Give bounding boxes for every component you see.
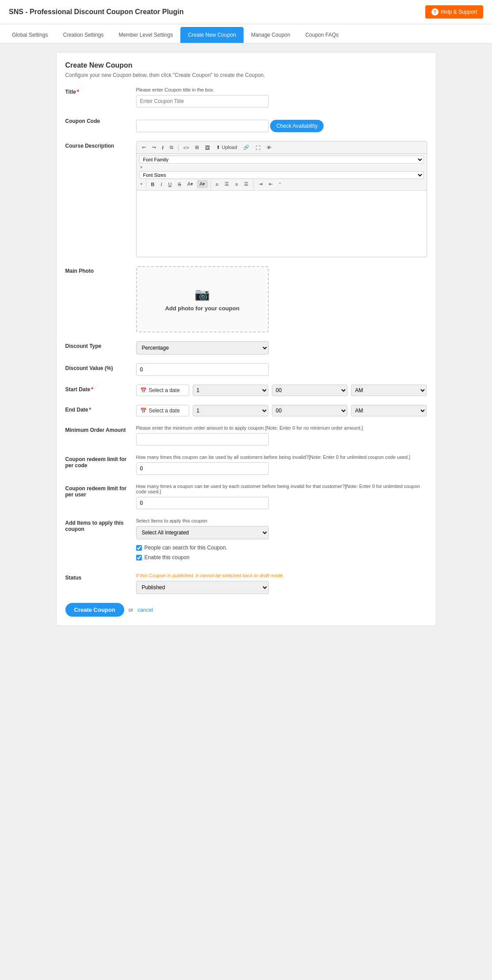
link-btn[interactable]: 🔗 xyxy=(240,143,252,152)
redeem-per-user-content: How many times a coupon can be used by e… xyxy=(136,484,427,509)
redeem-per-user-label: Coupon redeem limit for per user xyxy=(65,484,136,498)
cancel-link[interactable]: cancel xyxy=(137,607,153,613)
main-photo-row: Main Photo 📷 Add photo for your coupon xyxy=(65,266,427,332)
font-family-select[interactable]: Font Family xyxy=(139,156,424,164)
title-hint: Please enter Coupon title in the box. xyxy=(136,87,427,92)
font-size-select[interactable]: Font Sizes xyxy=(139,171,424,179)
editor-body[interactable] xyxy=(137,191,427,257)
main-photo-content: 📷 Add photo for your coupon xyxy=(136,266,427,332)
add-items-select[interactable]: Select All Integrated Specific Items xyxy=(136,526,269,539)
status-content: If this Coupon is published, it cannot b… xyxy=(136,573,427,594)
tab-creation-settings[interactable]: Creation Settings xyxy=(55,27,111,43)
add-items-content: Select Items to apply this coupon Select… xyxy=(136,518,427,564)
end-date-row-inputs: 📅 Select a date 1234 5678 9101112 001530… xyxy=(136,405,427,416)
italic-format-btn[interactable]: I xyxy=(158,180,164,188)
app-title: SNS - Professional Discount Coupon Creat… xyxy=(9,8,184,16)
end-minute-select[interactable]: 00153045 xyxy=(272,405,347,416)
align-center-btn[interactable]: ☰ xyxy=(222,180,232,188)
outdent-btn[interactable]: ⇤ xyxy=(266,180,275,188)
title-input[interactable] xyxy=(136,95,269,107)
page-title: Create New Coupon xyxy=(65,61,427,69)
min-order-hint: Please enter the minimum order amount to… xyxy=(136,425,427,431)
app-header: SNS - Professional Discount Coupon Creat… xyxy=(0,0,492,24)
tab-member-level-settings[interactable]: Member Level Settings xyxy=(111,27,180,43)
enable-coupon-checkbox[interactable] xyxy=(136,555,142,561)
blockquote-btn[interactable]: " xyxy=(276,180,283,188)
discount-value-input[interactable] xyxy=(136,363,269,376)
camera-icon: 📷 xyxy=(195,287,210,301)
description-content: ↩ ↪ I ⧉ <> ⊞ 🖼 ⬆ Upload 🔗 ⛶ 👁 xyxy=(136,141,427,257)
status-hint: If this Coupon is published, it cannot b… xyxy=(136,573,427,578)
calendar-icon-end: 📅 xyxy=(140,408,147,414)
editor-toolbar: ↩ ↪ I ⧉ <> ⊞ 🖼 ⬆ Upload 🔗 ⛶ 👁 xyxy=(137,141,427,154)
title-label: Title* xyxy=(65,87,136,95)
end-date-picker[interactable]: 📅 Select a date xyxy=(136,405,189,416)
end-hour-select[interactable]: 1234 5678 9101112 xyxy=(193,405,268,416)
status-row: Status If this Coupon is published, it c… xyxy=(65,573,427,594)
code-btn[interactable]: <> xyxy=(181,144,192,152)
discount-value-label: Discount Value (%) xyxy=(65,363,136,371)
image-btn[interactable]: 🖼 xyxy=(202,144,213,152)
help-support-button[interactable]: ? Help & Support xyxy=(425,5,483,19)
add-items-label: Add Items to apply this coupon xyxy=(65,518,136,532)
add-items-hint: Select Items to apply this coupon xyxy=(136,518,427,523)
align-left-btn[interactable]: ≡ xyxy=(213,180,221,188)
bold-btn[interactable]: B xyxy=(149,180,157,188)
help-icon: ? xyxy=(431,8,439,15)
fullscreen-btn[interactable]: ⛶ xyxy=(253,144,263,152)
tab-bar: Global Settings Creation Settings Member… xyxy=(0,24,492,43)
enable-coupon-label[interactable]: Enable this coupon xyxy=(145,554,190,561)
discount-type-select[interactable]: Percentage Fixed Amount xyxy=(136,341,269,355)
start-minute-select[interactable]: 00153045 xyxy=(272,385,347,396)
bg-color-btn[interactable]: A▾ xyxy=(197,180,208,188)
add-items-row: Add Items to apply this coupon Select It… xyxy=(65,518,427,564)
people-search-label[interactable]: People can search for this Coupon. xyxy=(145,545,227,551)
end-date-row: End Date* 📅 Select a date 1234 5678 9101… xyxy=(65,405,427,416)
start-hour-select[interactable]: 1234 5678 9101112 xyxy=(193,385,268,396)
calendar-icon: 📅 xyxy=(140,387,147,393)
rich-text-editor: ↩ ↪ I ⧉ <> ⊞ 🖼 ⬆ Upload 🔗 ⛶ 👁 xyxy=(136,141,427,257)
tab-create-new-coupon[interactable]: Create New Coupon xyxy=(180,27,244,43)
italic-btn[interactable]: I xyxy=(160,144,166,152)
upload-btn[interactable]: ⬆ Upload xyxy=(214,143,240,152)
people-search-row: People can search for this Coupon. xyxy=(136,545,427,551)
tab-manage-coupon[interactable]: Manage Coupon xyxy=(244,27,298,43)
tab-global-settings[interactable]: Global Settings xyxy=(4,27,55,43)
status-select[interactable]: Published Draft xyxy=(136,581,269,594)
redeem-per-user-hint: How many times a coupon can be used by e… xyxy=(136,484,427,494)
redo-btn[interactable]: ↪ xyxy=(149,143,159,152)
people-search-checkbox[interactable] xyxy=(136,545,142,551)
photo-upload-text: Add photo for your coupon xyxy=(165,305,239,312)
check-availability-button[interactable]: Check Availability xyxy=(270,120,324,132)
coupon-code-input[interactable] xyxy=(136,120,269,132)
description-label: Course Description xyxy=(65,141,136,149)
font-color-btn[interactable]: A▾ xyxy=(185,180,196,188)
min-order-input[interactable] xyxy=(136,433,269,446)
description-row: Course Description ↩ ↪ I ⧉ <> ⊞ 🖼 ⬆ Uplo… xyxy=(65,141,427,257)
bottom-actions: Create Coupon or cancel xyxy=(65,603,427,617)
start-meridiem-select[interactable]: AMPM xyxy=(351,385,427,396)
indent-btn[interactable]: ⇥ xyxy=(256,180,265,188)
tab-coupon-faqs[interactable]: Coupon FAQs xyxy=(298,27,346,43)
photo-upload-area[interactable]: 📷 Add photo for your coupon xyxy=(136,266,269,332)
redeem-per-code-input[interactable] xyxy=(136,462,269,475)
preview-btn[interactable]: 👁 xyxy=(264,144,274,152)
copy-btn[interactable]: ⧉ xyxy=(167,143,176,152)
justify-btn[interactable]: ☰ xyxy=(241,180,251,188)
strikethrough-btn[interactable]: S xyxy=(175,180,183,188)
coupon-code-label: Coupon Code xyxy=(65,116,136,124)
align-right-btn[interactable]: ≡ xyxy=(233,180,240,188)
undo-btn[interactable]: ↩ xyxy=(139,143,149,152)
redeem-per-code-hint: How many times this coupon can be used b… xyxy=(136,454,427,460)
discount-type-row: Discount Type Percentage Fixed Amount xyxy=(65,341,427,355)
table-btn[interactable]: ⊞ xyxy=(192,143,202,152)
enable-coupon-row: Enable this coupon xyxy=(136,554,427,561)
page-subtitle: Configure your new Coupon below, then cl… xyxy=(65,72,427,78)
redeem-per-user-input[interactable] xyxy=(136,497,269,509)
end-meridiem-select[interactable]: AMPM xyxy=(351,405,427,416)
checkbox-section: People can search for this Coupon. Enabl… xyxy=(136,545,427,561)
start-date-picker[interactable]: 📅 Select a date xyxy=(136,385,189,396)
underline-btn[interactable]: U xyxy=(166,180,175,188)
create-coupon-button[interactable]: Create Coupon xyxy=(65,603,124,617)
start-date-content: 📅 Select a date 1234 5678 9101112 001530… xyxy=(136,385,427,396)
